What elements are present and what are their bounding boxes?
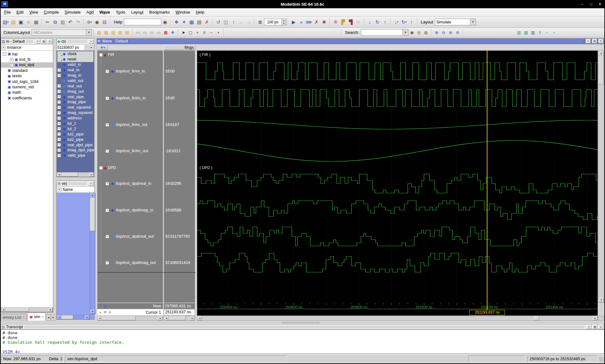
step-down-icon[interactable]: ↓▾ — [393, 18, 400, 26]
cut-icon[interactable]: ✂ — [44, 18, 51, 26]
expand-icon[interactable]: + — [57, 127, 61, 130]
new-file-icon[interactable]: ▤▾ — [2, 18, 10, 26]
maximize-button[interactable]: □ — [588, 1, 595, 7]
scroll-thumb[interactable] — [61, 315, 73, 319]
scroll-track[interactable] — [599, 55, 604, 298]
layout-combo[interactable]: Simulate▼ — [435, 19, 476, 25]
undock-button[interactable]: ⧉ — [592, 325, 597, 329]
msgs-column-header[interactable]: Msgs — [164, 45, 195, 50]
panel-grip[interactable] — [69, 182, 87, 185]
add-button[interactable]: + — [586, 325, 591, 329]
signal-item-valid_in[interactable]: ◆▸valid_in — [57, 62, 94, 67]
move-up-icon[interactable]: ↑ — [381, 18, 389, 26]
scroll-thumb[interactable] — [102, 316, 136, 320]
search-combo[interactable]: ▼ — [361, 29, 409, 36]
signal-item-real_in[interactable]: +◆▸real_in — [57, 67, 94, 73]
scroll-thumb[interactable] — [599, 55, 604, 85]
chevron-down-icon[interactable]: ▼ — [402, 29, 408, 35]
open-icon[interactable]: ▨ — [10, 18, 17, 26]
expand-icon[interactable]: + — [106, 182, 109, 185]
scroll-right-icon[interactable]: ► — [48, 308, 53, 312]
scroll-track[interactable] — [90, 198, 95, 310]
wave-signal-imag_in[interactable]: +◆▸/top/inst_dpd/imag_in — [97, 207, 163, 213]
pane3-icon[interactable]: ▭ — [148, 29, 155, 36]
stop-icon[interactable]: ✱ — [320, 18, 328, 26]
tab-scroll-right-icon[interactable]: ▸ — [51, 314, 55, 321]
help-search-icon[interactable]: ◉ — [161, 18, 169, 26]
expand-icon[interactable]: + — [10, 58, 13, 61]
expand-icon[interactable]: + — [106, 261, 109, 265]
collapse-icon[interactable]: − — [99, 166, 103, 170]
menu-simulate[interactable]: Simulate — [62, 9, 84, 16]
menu-edit[interactable]: Edit — [14, 9, 26, 16]
instance-item-top[interactable]: −▣top — [1, 51, 53, 57]
run-icon[interactable]: ▶ — [290, 18, 298, 26]
run-length-input[interactable]: 100 ps▲▼ — [264, 19, 286, 25]
crosshair-icon[interactable]: + — [194, 29, 201, 36]
instance-item-inst_dpd[interactable]: +▣inst_dpd — [1, 62, 53, 68]
instance-item-textio[interactable]: ▣textio — [1, 73, 53, 79]
bars-icon[interactable]: ‖ — [537, 29, 544, 36]
objects-hscrollbar[interactable]: ◄► — [57, 172, 94, 177]
tab-scroll-left-icon[interactable]: ◂ — [46, 314, 50, 321]
save-icon[interactable]: ▣ — [17, 18, 25, 26]
hand-icon[interactable]: ☞ — [355, 18, 362, 26]
filter-icon[interactable]: ▼ — [2, 46, 6, 50]
simulate-icon[interactable]: ▦ — [188, 18, 196, 26]
menu-file[interactable]: File — [1, 9, 14, 16]
instance-item-standard[interactable]: ▣standard — [1, 68, 53, 73]
up-scope-icon[interactable]: ↑ — [230, 18, 237, 26]
signal-item-reset[interactable]: ◆▸reset — [57, 57, 93, 62]
wave-signal-re_out[interactable]: +◆▸/top/inst_fir/re_out — [97, 122, 163, 128]
redo-icon[interactable]: ↷ — [74, 18, 82, 26]
instance-item-math[interactable]: ▣math — [1, 90, 53, 95]
step-over-icon[interactable]: ↻▾ — [400, 18, 408, 26]
add-button[interactable]: + — [88, 39, 93, 44]
undock-button[interactable]: ⧉ — [41, 39, 46, 44]
zoom-mode-icon[interactable]: ▢ — [187, 29, 194, 36]
waffle-icon[interactable]: ▦ — [162, 29, 169, 36]
expand-icon[interactable]: + — [57, 100, 61, 104]
transcript-header[interactable]: ▤ Transcript + ⧉ × — [1, 324, 604, 329]
delete-icon[interactable]: ✗ — [203, 18, 211, 26]
scroll-right-icon[interactable]: ► — [85, 315, 89, 319]
wave-signal-im_in[interactable]: +◆▸/top/inst_fir/im_in — [97, 95, 163, 101]
scroll-track[interactable] — [102, 316, 158, 320]
expand-icon[interactable]: + — [57, 154, 61, 157]
expand-icon[interactable]: + — [106, 149, 109, 153]
transcript-body[interactable]: # done# done# Simulation halt requested … — [1, 329, 604, 354]
collapse-icon[interactable]: ⊟ — [101, 18, 108, 26]
signal-item-address[interactable]: +◆address — [57, 116, 94, 121]
scroll-down-icon[interactable]: ▼ — [90, 310, 95, 314]
tb-icon[interactable]: ▜ — [347, 18, 355, 26]
menu-tools[interactable]: Tools — [113, 9, 128, 16]
signal-item-clock[interactable]: ◆▸clock — [57, 51, 93, 57]
wave-signal-real_out[interactable]: +◆▸/top/inst_dpd/real_out — [97, 234, 163, 239]
scroll-track[interactable] — [202, 316, 593, 320]
library-icon[interactable]: ▧ — [196, 18, 203, 26]
scroll-thumb[interactable] — [534, 316, 539, 320]
search-up-icon[interactable]: ◎ — [415, 29, 422, 36]
panel-grip[interactable] — [27, 40, 33, 43]
signal-item-imag_in[interactable]: +◆▸imag_in — [57, 73, 94, 78]
remove-cursor-icon[interactable]: ⊖ — [108, 311, 112, 314]
instance-item-inst_fir[interactable]: +▣inst_fir — [1, 57, 53, 62]
scroll-thumb[interactable] — [169, 316, 186, 320]
pane2-icon[interactable]: ▭ — [141, 29, 148, 36]
cursor-del-icon[interactable]: ¬ — [550, 29, 557, 36]
signal-item-valid_out[interactable]: ◆▸valid_out — [57, 78, 94, 83]
menu-help[interactable]: Help — [193, 9, 207, 16]
wave-signal-real_in[interactable]: +◆▸/top/inst_dpd/real_in — [97, 181, 163, 186]
forward-icon[interactable]: → — [245, 18, 253, 26]
add-wave-all-icon[interactable]: ▨ — [103, 29, 110, 36]
add-dataflow-icon[interactable]: ▨ — [124, 29, 131, 36]
close-panel-button[interactable]: × — [598, 325, 603, 329]
add-button[interactable]: + — [586, 39, 591, 43]
compile-all-icon[interactable]: ✦ — [180, 18, 188, 26]
scroll-track[interactable] — [61, 315, 85, 319]
chevron-down-icon[interactable]: ▼ — [470, 19, 476, 25]
signal-item-real_pipe[interactable]: +◆real_pipe — [57, 94, 94, 99]
scroll-left-icon[interactable]: ◄ — [197, 316, 202, 320]
search-down-icon[interactable]: ◉ — [409, 29, 415, 36]
instance-hscrollbar[interactable]: ◄► — [1, 307, 53, 312]
